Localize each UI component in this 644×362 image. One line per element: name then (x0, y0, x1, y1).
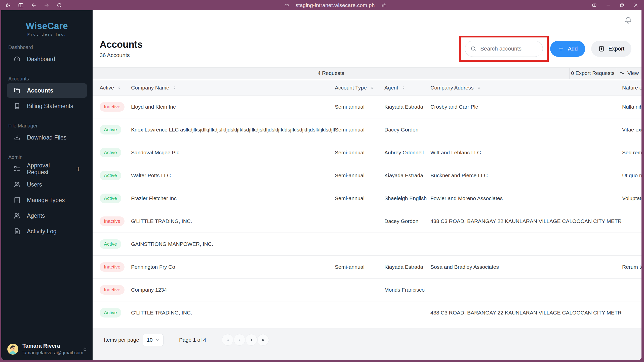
cell-nature: Vitae exce (622, 118, 641, 141)
add-button[interactable]: Add (550, 41, 585, 57)
cell-account-type: Semi-annual (335, 141, 384, 164)
search-box[interactable] (465, 41, 543, 57)
sidebar-item-download-files[interactable]: Download Files (7, 130, 87, 145)
sidebar-item-dashboard[interactable]: Dashboard (7, 52, 87, 66)
chevrons-left-icon (225, 337, 230, 343)
cell-company-address (430, 233, 622, 255)
table-row[interactable]: InactiveLloyd and Klein IncSemi-annualKi… (93, 95, 641, 118)
table-row[interactable]: InactiveG'LITTLE TRADING, INC.Dacey Gord… (93, 210, 641, 233)
view-button-label: View (627, 70, 639, 76)
items-per-page-label: Items per page (104, 337, 139, 343)
tune-icon[interactable] (381, 2, 387, 8)
cell-agent (384, 301, 430, 324)
refresh-icon[interactable] (56, 2, 62, 8)
cell-nature: Rerum tem (622, 255, 641, 278)
export-button[interactable]: Export (591, 41, 631, 57)
status-badge: Active (100, 308, 121, 318)
cell-agent: Dacey Gordon (384, 210, 430, 233)
table-row[interactable]: ActiveWalter Potts LLCSemi-annualKiayada… (93, 164, 641, 187)
logo-brand-text: WiseCare (1, 21, 93, 31)
export-button-label: Export (608, 46, 624, 52)
first-page-button[interactable] (222, 334, 233, 346)
chevron-right-icon (249, 337, 254, 343)
tab-overview-icon[interactable] (18, 2, 24, 8)
cell-company-address: Fowler and Moreno Associates (430, 187, 622, 210)
sidebar-item-label: Manage Types (27, 197, 65, 204)
table-row[interactable]: InactiveCompany 1234Monds Francisco (93, 278, 641, 301)
cell-active: Active (93, 141, 131, 164)
sort-icon[interactable] (117, 85, 122, 90)
sidebar-section-label: Admin (8, 154, 86, 160)
activity-log-icon (13, 228, 21, 235)
accounts-table: ActiveCompany NameAccount TypeAgentCompa… (93, 80, 641, 324)
cell-company-name: GAINSTRONG MANPOWER, INC. (131, 233, 335, 255)
sidebar-item-label: Agents (27, 212, 45, 219)
forward-icon[interactable] (44, 2, 50, 8)
column-header-agent: Agent (384, 80, 430, 95)
sidebar-item-manage-types[interactable]: Manage Types (7, 193, 87, 207)
sidebar: WiseCare Providers Inc. DashboardDashboa… (1, 10, 93, 360)
column-header-company-name: Company Name (131, 80, 335, 95)
table-row[interactable]: ActiveG'LITTLE TRADING, INC.438 C3 ROAD,… (93, 301, 641, 324)
cell-company-address: Buckner and Pierce LLC (430, 164, 622, 187)
close-icon[interactable] (633, 3, 638, 8)
address-bar-url[interactable]: staging-intranet.wisecare.com.ph (296, 2, 375, 8)
user-block[interactable]: Tamara Rivera tamangelarivera@gmail.com (7, 343, 88, 355)
prev-page-button[interactable] (234, 334, 245, 346)
back-icon[interactable] (31, 2, 37, 8)
add-button-label: Add (568, 46, 578, 52)
restore-icon[interactable] (619, 3, 625, 8)
last-page-button[interactable] (257, 334, 269, 346)
expand-icon[interactable] (82, 345, 88, 353)
export-requests-tab[interactable]: 0 Export Requests (570, 68, 616, 79)
column-label: Nature of (622, 85, 641, 91)
download-icon (13, 134, 21, 141)
table-row[interactable]: ActiveKnox Lawrence LLC aslkdjlksjdlkjfl… (93, 118, 641, 141)
sidebar-item-agents[interactable]: Agents (7, 208, 87, 223)
sort-icon[interactable] (172, 85, 177, 90)
status-badge: Inactive (100, 262, 125, 272)
sidebar-item-label: Dashboard (27, 56, 55, 63)
sidebar-item-accounts[interactable]: Accounts (7, 83, 87, 98)
page-header: Accounts 36 Accounts Add Export (93, 30, 641, 67)
cell-account-type: Semi-annual (335, 255, 384, 278)
sidebar-item-activity-log[interactable]: Activity Log (7, 224, 87, 239)
table-row[interactable]: ActiveSandoval Mcgee PlcSemi-annualAubre… (93, 141, 641, 164)
sort-icon[interactable] (401, 85, 406, 90)
table-row[interactable]: ActiveGAINSTRONG MANPOWER, INC. (93, 233, 641, 255)
cell-company-address: Crosby and Carr Plc (430, 95, 622, 118)
column-label: Active (100, 85, 114, 91)
cell-company-name: Walter Potts LLC (131, 164, 335, 187)
sidebar-item-users[interactable]: Users (7, 177, 87, 192)
items-per-page-select[interactable]: 10 (143, 334, 164, 346)
view-button[interactable]: View (616, 68, 641, 79)
sort-icon[interactable] (477, 85, 481, 90)
split-screen-icon[interactable] (592, 3, 597, 8)
wisecare-logo: WiseCare Providers Inc. (1, 21, 93, 36)
table-header-row: ActiveCompany NameAccount TypeAgentCompa… (93, 80, 641, 95)
app-logo-icon (5, 2, 11, 8)
cell-nature (622, 301, 641, 324)
next-page-button[interactable] (246, 334, 257, 346)
user-name: Tamara Rivera (22, 343, 78, 349)
search-input[interactable] (480, 46, 538, 52)
sidebar-item-billing-statements[interactable]: Billing Statements (7, 99, 87, 113)
sidebar-item-approval-request[interactable]: Approval Request+ (7, 162, 87, 176)
sort-icon[interactable] (370, 85, 374, 90)
table-row[interactable]: ActiveFrazier Fletcher IncSemi-annualSha… (93, 187, 641, 210)
accounts-count: 36 Accounts (100, 52, 143, 59)
cell-company-name: Pennington Fry Co (131, 255, 335, 278)
column-label: Agent (384, 85, 398, 91)
sidebar-item-label: Users (27, 181, 42, 188)
table-row[interactable]: InactivePennington Fry CoSemi-annualKiay… (93, 255, 641, 278)
bell-icon[interactable] (624, 16, 632, 24)
cell-active: Active (93, 187, 131, 210)
minimize-icon[interactable] (606, 3, 611, 8)
accounts-icon (13, 87, 21, 94)
requests-tab[interactable]: 4 Requests (93, 68, 569, 79)
agents-icon (13, 212, 21, 219)
sidebar-section-label: File Manager (8, 123, 86, 129)
add-approval-request-button[interactable]: + (76, 165, 80, 173)
cell-company-name: Lloyd and Klein Inc (131, 95, 335, 118)
cell-active: Inactive (93, 255, 131, 278)
